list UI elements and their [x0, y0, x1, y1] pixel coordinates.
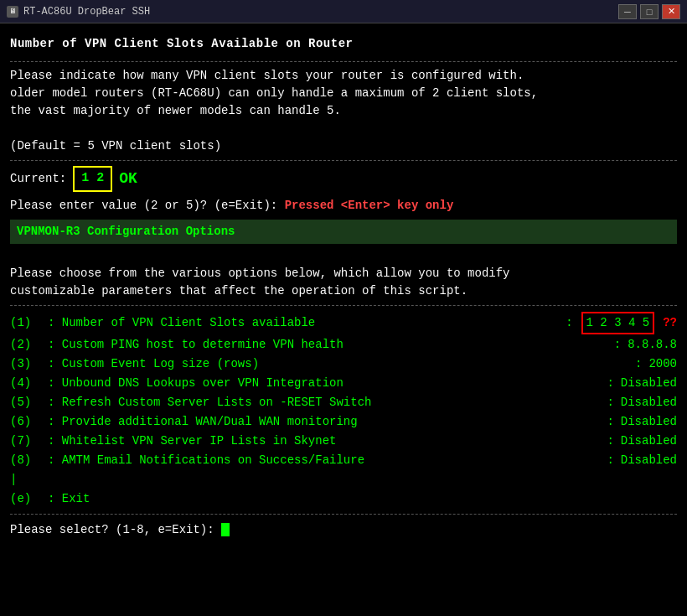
menu-desc-3: : Custom Event Log size (rows) [48, 355, 635, 373]
divider-2 [10, 160, 677, 161]
menu-item-3[interactable]: (3) : Custom Event Log size (rows) : 200… [10, 355, 677, 374]
menu-desc-6: : Provide additional WAN/Dual WAN monito… [48, 413, 607, 431]
ok-label: OK [119, 168, 137, 190]
window-title: RT-AC86U DropBear SSH [23, 6, 150, 18]
menu-key-5: (5) [10, 394, 48, 412]
divider-4 [10, 514, 677, 515]
menu-item-2[interactable]: (2) : Custom PING host to determine VPN … [10, 335, 677, 355]
menu-item-8[interactable]: (8) : AMTM Email Notifications on Succes… [10, 451, 677, 470]
menu-key-4: (4) [10, 375, 48, 392]
menu-item-exit[interactable]: (e) : Exit [10, 489, 677, 509]
menu-desc-7: : Whitelist VPN Server IP Lists in Skyne… [48, 432, 607, 450]
enter-value-line: Please enter value (2 or 5)? (e=Exit): P… [10, 197, 677, 215]
current-line: Current: 1 2 OK [10, 166, 677, 192]
slot-question: ?? [663, 314, 677, 332]
menu-item-6[interactable]: (6) : Provide additional WAN/Dual WAN mo… [10, 412, 677, 432]
config-intro1: Please choose from the various options b… [10, 265, 677, 282]
section1-header: Number of VPN Client Slots Available on … [10, 32, 677, 56]
window-controls: ─ □ ✕ [618, 4, 680, 19]
divider-1 [10, 61, 677, 62]
menu-desc-8: : AMTM Email Notifications on Success/Fa… [48, 452, 607, 469]
menu-desc-2: : Custom PING host to determine VPN heal… [48, 336, 614, 354]
menu-key-1: (1) [10, 314, 48, 332]
menu-value-2: 8.8.8.8 [628, 336, 677, 354]
close-button[interactable]: ✕ [662, 4, 680, 19]
terminal-area: Number of VPN Client Slots Available on … [0, 23, 687, 616]
menu-desc-1: : Number of VPN Client Slots available [48, 314, 566, 332]
menu-desc-4: : Unbound DNS Lookups over VPN Integrati… [48, 375, 607, 392]
pressed-message: Pressed <Enter> key only [285, 199, 454, 212]
menu-value-3: 2000 [648, 355, 677, 373]
menu-key-8: (8) [10, 452, 48, 469]
config-header: VPNMON-R3 Configuration Options [10, 220, 677, 244]
info-line1: Please indicate how many VPN client slot… [10, 67, 677, 85]
menu-value-4: Disabled [621, 375, 677, 392]
maximize-button[interactable]: □ [640, 4, 659, 19]
config-intro2: customizable parameters that affect the … [10, 282, 677, 300]
final-prompt: Please select? (1-8, e=Exit): [10, 523, 221, 536]
exit-key: (e) [10, 490, 48, 508]
menu-item-5[interactable]: (5) : Refresh Custom Server Lists on -RE… [10, 393, 677, 412]
menu-value-8: Disabled [621, 452, 677, 469]
info-line3: the vast majority of newer models can ha… [10, 102, 677, 120]
info-line2: older model routers (RT-AC68U) can only … [10, 85, 677, 102]
current-label: Current: [10, 170, 66, 188]
current-value: 1 2 [73, 166, 112, 192]
menu-key-2: (2) [10, 336, 48, 354]
slot-numbers: 1 2 3 4 5 [581, 312, 655, 334]
menu-value-5: Disabled [621, 394, 677, 412]
minimize-button[interactable]: ─ [618, 4, 637, 19]
cursor [221, 523, 230, 536]
menu-item-7[interactable]: (7) : Whitelist VPN Server IP Lists in S… [10, 432, 677, 451]
menu-value-6: Disabled [621, 413, 677, 431]
divider-3 [10, 305, 677, 306]
separator-pipe: | [10, 470, 677, 489]
menu-value-7: Disabled [621, 432, 677, 450]
menu-key-6: (6) [10, 413, 48, 431]
menu-key-7: (7) [10, 432, 48, 450]
terminal-icon: 🖥 [7, 6, 18, 18]
menu-item-1[interactable]: (1) : Number of VPN Client Slots availab… [10, 311, 677, 335]
menu-list: (1) : Number of VPN Client Slots availab… [10, 311, 677, 470]
title-bar: 🖥 RT-AC86U DropBear SSH ─ □ ✕ [0, 0, 687, 23]
final-prompt-line: Please select? (1-8, e=Exit): [10, 521, 677, 539]
default-info: (Default = 5 VPN client slots) [10, 137, 677, 155]
menu-item-4[interactable]: (4) : Unbound DNS Lookups over VPN Integ… [10, 374, 677, 393]
title-bar-left: 🖥 RT-AC86U DropBear SSH [7, 6, 150, 18]
menu-desc-5: : Refresh Custom Server Lists on -RESET … [48, 394, 607, 412]
exit-label: : Exit [48, 490, 677, 508]
menu-key-3: (3) [10, 355, 48, 373]
